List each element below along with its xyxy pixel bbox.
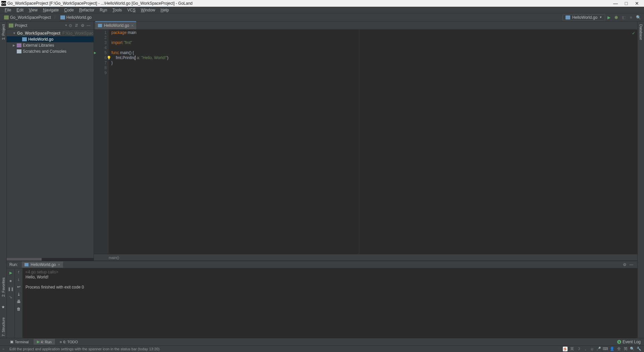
down-button[interactable]: ↓	[18, 277, 20, 282]
tool-tab-run[interactable]: ▶ 4: Run	[34, 339, 55, 345]
right-tool-strip: Database	[637, 21, 644, 338]
print-button[interactable]: 🖶	[17, 299, 21, 304]
tool-tab-project[interactable]: 1: Project	[1, 23, 5, 41]
close-tab-icon[interactable]: ×	[131, 24, 133, 28]
ime-full-icon[interactable]: 全	[616, 347, 621, 351]
status-icon[interactable]: ▫	[3, 347, 7, 351]
go-file-icon	[22, 37, 27, 41]
navigation-bar: Go_WorkSpaceProject 〉 HelloWorld.go Hell…	[0, 13, 644, 21]
search-everywhere-button[interactable]: 🔍	[635, 14, 642, 21]
main-menu: File Edit View Navigate Code Refactor Ru…	[0, 7, 644, 13]
tree-root-path: F:\Go_WorkSpaceProje	[62, 31, 94, 36]
run-line-marker-icon[interactable]: ▶	[94, 50, 96, 55]
go-file-icon	[566, 15, 570, 19]
breadcrumb-file[interactable]: HelloWorld.go	[58, 15, 94, 20]
run-tab[interactable]: HelloWorld.go ×	[22, 262, 63, 268]
hide-button[interactable]: —	[628, 262, 635, 267]
close-button[interactable]: ✕	[635, 1, 639, 6]
rerun-button[interactable]: ▶	[8, 270, 14, 276]
ime-comma-icon[interactable]: ，	[583, 347, 588, 351]
menu-edit[interactable]: Edit	[14, 8, 26, 12]
menu-navigate[interactable]: Navigate	[40, 8, 61, 12]
ime-search-icon[interactable]: 🔍	[630, 347, 635, 351]
tool-tab-database[interactable]: Database	[639, 23, 643, 41]
tree-scratches[interactable]: Scratches and Consoles	[7, 48, 94, 54]
chevron-down-icon: ▼	[599, 16, 602, 19]
run-panel-title: Run:	[9, 262, 18, 267]
ime-person-icon[interactable]: 👤	[610, 347, 614, 351]
stop-button[interactable]: ■	[8, 278, 14, 284]
code-editor[interactable]: ✓ 1 2 3 4 ▶5 💡6 7 8 9 package main	[94, 30, 637, 254]
clear-button[interactable]: 🗑	[17, 307, 21, 311]
tool-tab-favorites[interactable]: 2: Favorites	[1, 276, 5, 298]
tree-external-libraries[interactable]: ▶ External Libraries	[7, 42, 94, 48]
ime-wrench-icon[interactable]: 🔧	[637, 347, 641, 351]
menu-vcs[interactable]: VCS	[124, 8, 138, 12]
tree-file[interactable]: HelloWorld.go	[7, 36, 94, 42]
run-panel-header: Run: HelloWorld.go × ⚙ —	[7, 261, 637, 268]
coverage-button[interactable]: ◧	[620, 14, 627, 21]
settings-gear-icon[interactable]: ⚙	[79, 23, 86, 28]
menu-tools[interactable]: Tools	[110, 8, 124, 12]
code-content[interactable]: package main import "fmt" func main() { …	[109, 30, 637, 254]
project-panel-title[interactable]: Project	[15, 23, 63, 28]
settings-gear-icon[interactable]: ⚙	[621, 262, 628, 267]
run-button[interactable]: ▶	[605, 14, 612, 21]
run-toolbar-primary: ▶ ■ ❚❚ ↘	[7, 268, 15, 338]
ime-smile-icon[interactable]: ☺	[590, 347, 594, 351]
go-file-icon	[24, 263, 29, 266]
maximize-button[interactable]: □	[624, 1, 629, 6]
tool-tab-terminal[interactable]: ▣ Terminal	[7, 339, 32, 345]
menu-file[interactable]: File	[2, 8, 14, 12]
tree-root[interactable]: ▼ Go_WorkSpaceProject F:\Go_WorkSpacePro…	[7, 30, 94, 36]
hide-button[interactable]: —	[86, 23, 92, 28]
window-title: Go_WorkSpaceProject [F:\Go_WorkSpaceProj…	[7, 1, 613, 6]
menu-window[interactable]: Window	[138, 8, 158, 12]
project-scrollbar[interactable]	[7, 258, 94, 261]
tree-root-label: Go_WorkSpaceProject	[17, 31, 60, 36]
menu-run[interactable]: Run	[97, 8, 110, 12]
pause-button[interactable]: ❚❚	[8, 286, 14, 292]
ime-lang-icon[interactable]: 英	[570, 347, 574, 351]
editor-breadcrumb[interactable]: main()	[94, 254, 637, 261]
editor-tab[interactable]: HelloWorld.go ×	[95, 21, 136, 29]
console-line: Process finished with exit code 0	[25, 285, 635, 290]
ime-simp-icon[interactable]: 简	[623, 347, 628, 351]
close-tab-icon[interactable]: ×	[58, 262, 60, 267]
menu-help[interactable]: Help	[158, 8, 172, 12]
project-panel-header: Project ▼ ⊙ ⇵ ⚙ —	[7, 21, 94, 30]
minimize-button[interactable]: —	[613, 1, 618, 6]
menu-refactor[interactable]: Refactor	[76, 8, 97, 12]
scroll-to-end-button[interactable]: ⤓	[17, 292, 20, 297]
locate-button[interactable]: ⊙	[67, 23, 73, 28]
debug-button[interactable]: ⬢	[612, 14, 620, 21]
editor-tab-bar: HelloWorld.go ×	[94, 21, 637, 30]
project-tool-window: Project ▼ ⊙ ⇵ ⚙ — ▼ Go_WorkSpaceProject …	[7, 21, 94, 261]
up-button[interactable]: ↑	[18, 270, 20, 274]
editor-gutter[interactable]: 1 2 3 4 ▶5 💡6 7 8 9	[94, 30, 109, 254]
todo-icon: ≡	[60, 340, 62, 344]
chevron-down-icon[interactable]: ▼	[65, 24, 67, 27]
menu-view[interactable]: View	[26, 8, 40, 12]
exit-button[interactable]: ↘	[8, 294, 14, 300]
console-line: Hello, World!	[25, 275, 635, 280]
go-file-icon	[60, 15, 65, 19]
run-console[interactable]: <4 go setup calls> Hello, World! Process…	[23, 268, 637, 338]
ime-moon-icon[interactable]: ☽	[576, 347, 581, 351]
stop-button[interactable]: ■	[627, 14, 635, 21]
ime-mic-icon[interactable]: 🎤	[596, 347, 601, 351]
menu-code[interactable]: Code	[61, 8, 76, 12]
ime-keyboard-icon[interactable]: ⌨	[603, 347, 608, 351]
event-log-button[interactable]: 1 Event Log	[614, 339, 644, 345]
tool-tab-todo[interactable]: ≡ 6: TODO	[56, 339, 81, 345]
library-icon	[17, 43, 21, 47]
expand-all-button[interactable]: ⇵	[73, 23, 79, 28]
tree-scratches-label: Scratches and Consoles	[23, 49, 66, 54]
run-tab-label: HelloWorld.go	[31, 262, 56, 267]
go-file-icon	[98, 24, 102, 27]
breadcrumb-project[interactable]: Go_WorkSpaceProject	[2, 15, 53, 20]
chevron-right-icon: ▶	[13, 44, 17, 47]
run-config-selector[interactable]: HelloWorld.go ▼	[562, 14, 605, 21]
tool-tab-structure[interactable]: 7: Structure	[1, 316, 5, 338]
soft-wrap-button[interactable]: ↩	[17, 284, 20, 289]
